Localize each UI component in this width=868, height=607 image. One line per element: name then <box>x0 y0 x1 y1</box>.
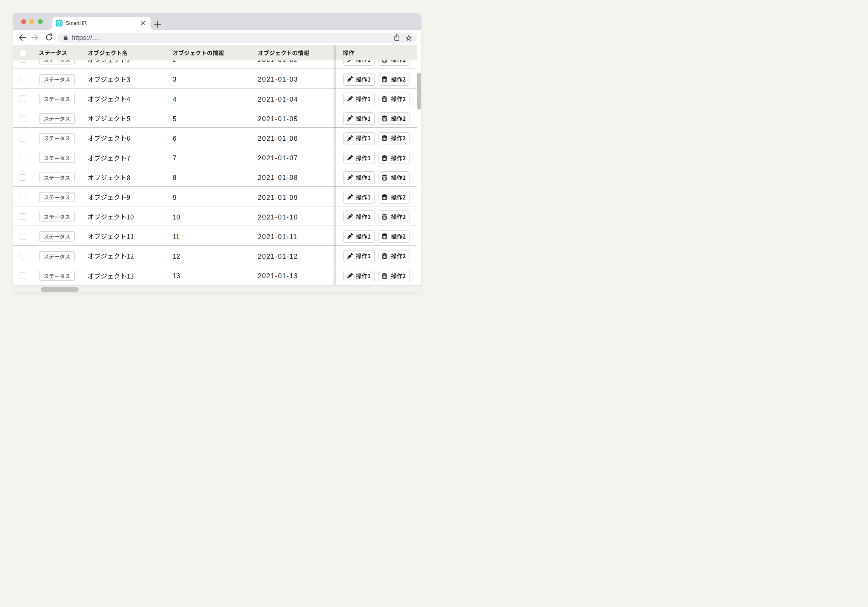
svg-text:S: S <box>58 22 60 25</box>
